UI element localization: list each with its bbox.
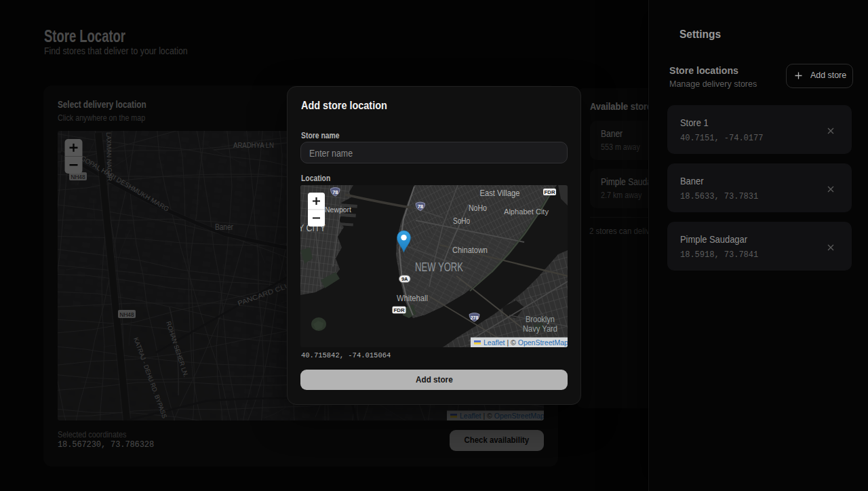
svg-text:278: 278 [471, 315, 479, 320]
svg-text:Brooklyn: Brooklyn [526, 315, 555, 324]
svg-text:Newport: Newport [325, 205, 352, 214]
svg-text:9A: 9A [401, 276, 408, 282]
svg-text:East Village: East Village [480, 188, 520, 198]
svg-text:Whitehall: Whitehall [397, 294, 428, 303]
svg-text:Alphabet City: Alphabet City [504, 208, 549, 216]
svg-text:NoHo: NoHo [469, 203, 487, 213]
svg-text:FDR: FDR [393, 307, 404, 313]
svg-text:78: 78 [332, 189, 338, 195]
svg-text:NEW YORK: NEW YORK [415, 260, 463, 274]
svg-text:Leaflet | © OpenStreetMap: Leaflet | © OpenStreetMap [484, 338, 568, 347]
svg-text:FDR: FDR [544, 189, 555, 195]
svg-text:SoHo: SoHo [453, 216, 470, 226]
svg-text:Chinatown: Chinatown [452, 245, 488, 255]
svg-text:Navy Yard: Navy Yard [523, 324, 557, 334]
svg-text:78: 78 [418, 203, 423, 210]
